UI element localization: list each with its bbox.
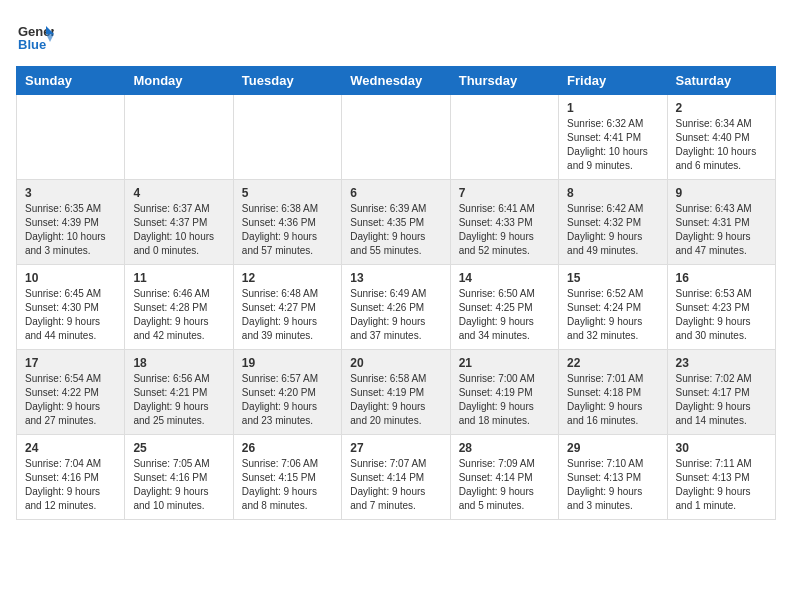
calendar-cell: 22Sunrise: 7:01 AM Sunset: 4:18 PM Dayli… [559, 350, 667, 435]
calendar-cell: 29Sunrise: 7:10 AM Sunset: 4:13 PM Dayli… [559, 435, 667, 520]
day-info: Sunrise: 6:46 AM Sunset: 4:28 PM Dayligh… [133, 287, 224, 343]
calendar-cell: 20Sunrise: 6:58 AM Sunset: 4:19 PM Dayli… [342, 350, 450, 435]
day-number: 22 [567, 356, 658, 370]
day-info: Sunrise: 6:58 AM Sunset: 4:19 PM Dayligh… [350, 372, 441, 428]
day-info: Sunrise: 6:41 AM Sunset: 4:33 PM Dayligh… [459, 202, 550, 258]
calendar-cell: 6Sunrise: 6:39 AM Sunset: 4:35 PM Daylig… [342, 180, 450, 265]
day-number: 28 [459, 441, 550, 455]
day-number: 6 [350, 186, 441, 200]
calendar-cell: 3Sunrise: 6:35 AM Sunset: 4:39 PM Daylig… [17, 180, 125, 265]
day-number: 21 [459, 356, 550, 370]
weekday-header-row: SundayMondayTuesdayWednesdayThursdayFrid… [17, 67, 776, 95]
calendar-cell: 17Sunrise: 6:54 AM Sunset: 4:22 PM Dayli… [17, 350, 125, 435]
calendar-cell [125, 95, 233, 180]
svg-text:Blue: Blue [18, 37, 46, 52]
day-info: Sunrise: 6:39 AM Sunset: 4:35 PM Dayligh… [350, 202, 441, 258]
day-number: 17 [25, 356, 116, 370]
calendar-cell: 30Sunrise: 7:11 AM Sunset: 4:13 PM Dayli… [667, 435, 775, 520]
week-row-2: 3Sunrise: 6:35 AM Sunset: 4:39 PM Daylig… [17, 180, 776, 265]
calendar-cell: 26Sunrise: 7:06 AM Sunset: 4:15 PM Dayli… [233, 435, 341, 520]
day-number: 2 [676, 101, 767, 115]
day-info: Sunrise: 6:52 AM Sunset: 4:24 PM Dayligh… [567, 287, 658, 343]
week-row-5: 24Sunrise: 7:04 AM Sunset: 4:16 PM Dayli… [17, 435, 776, 520]
header: General Blue [16, 16, 776, 58]
calendar-cell: 9Sunrise: 6:43 AM Sunset: 4:31 PM Daylig… [667, 180, 775, 265]
day-number: 12 [242, 271, 333, 285]
day-number: 25 [133, 441, 224, 455]
day-info: Sunrise: 7:00 AM Sunset: 4:19 PM Dayligh… [459, 372, 550, 428]
day-info: Sunrise: 6:57 AM Sunset: 4:20 PM Dayligh… [242, 372, 333, 428]
calendar-cell: 10Sunrise: 6:45 AM Sunset: 4:30 PM Dayli… [17, 265, 125, 350]
day-number: 15 [567, 271, 658, 285]
day-number: 19 [242, 356, 333, 370]
week-row-1: 1Sunrise: 6:32 AM Sunset: 4:41 PM Daylig… [17, 95, 776, 180]
day-number: 1 [567, 101, 658, 115]
day-info: Sunrise: 7:11 AM Sunset: 4:13 PM Dayligh… [676, 457, 767, 513]
weekday-header-sunday: Sunday [17, 67, 125, 95]
calendar-cell: 5Sunrise: 6:38 AM Sunset: 4:36 PM Daylig… [233, 180, 341, 265]
day-info: Sunrise: 6:42 AM Sunset: 4:32 PM Dayligh… [567, 202, 658, 258]
logo: General Blue [16, 16, 54, 58]
day-info: Sunrise: 7:07 AM Sunset: 4:14 PM Dayligh… [350, 457, 441, 513]
day-info: Sunrise: 6:50 AM Sunset: 4:25 PM Dayligh… [459, 287, 550, 343]
week-row-3: 10Sunrise: 6:45 AM Sunset: 4:30 PM Dayli… [17, 265, 776, 350]
calendar-cell: 21Sunrise: 7:00 AM Sunset: 4:19 PM Dayli… [450, 350, 558, 435]
day-info: Sunrise: 6:43 AM Sunset: 4:31 PM Dayligh… [676, 202, 767, 258]
calendar-cell: 12Sunrise: 6:48 AM Sunset: 4:27 PM Dayli… [233, 265, 341, 350]
day-info: Sunrise: 6:38 AM Sunset: 4:36 PM Dayligh… [242, 202, 333, 258]
day-number: 9 [676, 186, 767, 200]
day-number: 11 [133, 271, 224, 285]
day-info: Sunrise: 7:10 AM Sunset: 4:13 PM Dayligh… [567, 457, 658, 513]
day-number: 5 [242, 186, 333, 200]
weekday-header-friday: Friday [559, 67, 667, 95]
day-number: 10 [25, 271, 116, 285]
day-number: 8 [567, 186, 658, 200]
day-number: 29 [567, 441, 658, 455]
day-info: Sunrise: 6:32 AM Sunset: 4:41 PM Dayligh… [567, 117, 658, 173]
calendar-cell [233, 95, 341, 180]
calendar-cell: 27Sunrise: 7:07 AM Sunset: 4:14 PM Dayli… [342, 435, 450, 520]
calendar-cell: 15Sunrise: 6:52 AM Sunset: 4:24 PM Dayli… [559, 265, 667, 350]
calendar-cell: 24Sunrise: 7:04 AM Sunset: 4:16 PM Dayli… [17, 435, 125, 520]
weekday-header-saturday: Saturday [667, 67, 775, 95]
day-info: Sunrise: 7:04 AM Sunset: 4:16 PM Dayligh… [25, 457, 116, 513]
day-info: Sunrise: 7:09 AM Sunset: 4:14 PM Dayligh… [459, 457, 550, 513]
calendar-cell: 8Sunrise: 6:42 AM Sunset: 4:32 PM Daylig… [559, 180, 667, 265]
calendar-cell: 4Sunrise: 6:37 AM Sunset: 4:37 PM Daylig… [125, 180, 233, 265]
calendar-table: SundayMondayTuesdayWednesdayThursdayFrid… [16, 66, 776, 520]
calendar-cell: 2Sunrise: 6:34 AM Sunset: 4:40 PM Daylig… [667, 95, 775, 180]
calendar-cell [342, 95, 450, 180]
day-number: 3 [25, 186, 116, 200]
day-info: Sunrise: 6:45 AM Sunset: 4:30 PM Dayligh… [25, 287, 116, 343]
calendar-cell: 18Sunrise: 6:56 AM Sunset: 4:21 PM Dayli… [125, 350, 233, 435]
day-number: 27 [350, 441, 441, 455]
calendar-cell: 14Sunrise: 6:50 AM Sunset: 4:25 PM Dayli… [450, 265, 558, 350]
weekday-header-monday: Monday [125, 67, 233, 95]
weekday-header-wednesday: Wednesday [342, 67, 450, 95]
day-number: 20 [350, 356, 441, 370]
day-number: 23 [676, 356, 767, 370]
weekday-header-thursday: Thursday [450, 67, 558, 95]
day-info: Sunrise: 6:49 AM Sunset: 4:26 PM Dayligh… [350, 287, 441, 343]
day-info: Sunrise: 6:48 AM Sunset: 4:27 PM Dayligh… [242, 287, 333, 343]
day-number: 18 [133, 356, 224, 370]
logo-icon: General Blue [16, 16, 54, 54]
week-row-4: 17Sunrise: 6:54 AM Sunset: 4:22 PM Dayli… [17, 350, 776, 435]
calendar-cell: 25Sunrise: 7:05 AM Sunset: 4:16 PM Dayli… [125, 435, 233, 520]
day-number: 7 [459, 186, 550, 200]
day-info: Sunrise: 6:35 AM Sunset: 4:39 PM Dayligh… [25, 202, 116, 258]
day-info: Sunrise: 7:06 AM Sunset: 4:15 PM Dayligh… [242, 457, 333, 513]
day-number: 26 [242, 441, 333, 455]
calendar-cell: 28Sunrise: 7:09 AM Sunset: 4:14 PM Dayli… [450, 435, 558, 520]
day-info: Sunrise: 6:37 AM Sunset: 4:37 PM Dayligh… [133, 202, 224, 258]
calendar-cell: 16Sunrise: 6:53 AM Sunset: 4:23 PM Dayli… [667, 265, 775, 350]
calendar-cell: 13Sunrise: 6:49 AM Sunset: 4:26 PM Dayli… [342, 265, 450, 350]
day-number: 24 [25, 441, 116, 455]
day-number: 30 [676, 441, 767, 455]
day-info: Sunrise: 6:34 AM Sunset: 4:40 PM Dayligh… [676, 117, 767, 173]
calendar-cell [17, 95, 125, 180]
day-info: Sunrise: 6:56 AM Sunset: 4:21 PM Dayligh… [133, 372, 224, 428]
day-info: Sunrise: 7:05 AM Sunset: 4:16 PM Dayligh… [133, 457, 224, 513]
calendar-cell: 11Sunrise: 6:46 AM Sunset: 4:28 PM Dayli… [125, 265, 233, 350]
calendar-cell: 23Sunrise: 7:02 AM Sunset: 4:17 PM Dayli… [667, 350, 775, 435]
